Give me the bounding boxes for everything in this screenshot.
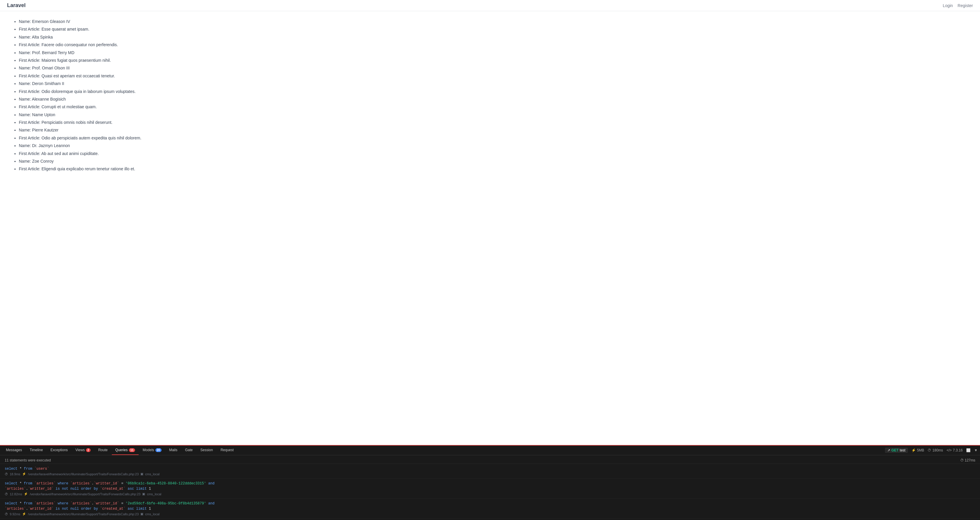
list-item: First Article: Esse quaerat amet ipsam.: [19, 26, 968, 32]
list-item: First Article: Odio doloremque quia in l…: [19, 88, 968, 95]
list-item: Name: Prof. Bernard Terry MD: [19, 49, 968, 56]
top-nav: Laravel Login Register: [0, 0, 980, 11]
list-item: Name: Prof. Omari Olson III: [19, 65, 968, 71]
list-item: Name: Dr. Jazmyn Leannon: [19, 142, 968, 149]
list-item: Name: Emerson Gleason IV: [19, 18, 968, 25]
list-item: First Article: Maiores fugiat quos praes…: [19, 57, 968, 63]
list-item: First Article: Perspiciatis omnis nobis …: [19, 119, 968, 125]
list-item: Name: Zoe Conroy: [19, 158, 968, 165]
list-item: Name: Deron Smitham II: [19, 80, 968, 87]
list-item: First Article: Ab aut sed aut animi cupi…: [19, 150, 968, 157]
list-item: Name: Alexanne Bogisich: [19, 96, 968, 102]
login-link[interactable]: Login: [943, 3, 953, 8]
list-item: First Article: Corrupti et ut molestiae …: [19, 103, 968, 110]
list-item: Name: Name Upton: [19, 111, 968, 118]
list-item: Name: Pierre Kautzer: [19, 127, 968, 133]
list-item: First Article: Facere odio consequatur n…: [19, 41, 968, 48]
content-list: Name: Emerson Gleason IVFirst Article: E…: [12, 18, 968, 172]
list-item: First Article: Eligendi quia explicabo r…: [19, 166, 968, 172]
nav-links: Login Register: [943, 3, 973, 8]
brand-logo: Laravel: [7, 2, 25, 8]
list-item: First Article: Quasi est aperiam est occ…: [19, 73, 968, 79]
main-content: Name: Emerson Gleason IVFirst Article: E…: [0, 11, 980, 179]
list-item: First Article: Odio ab perspiciatis aute…: [19, 135, 968, 141]
register-link[interactable]: Register: [958, 3, 973, 8]
list-item: Name: Alta Spinka: [19, 34, 968, 40]
